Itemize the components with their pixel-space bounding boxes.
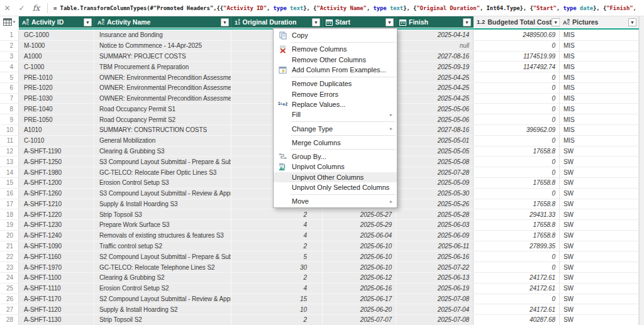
row-number[interactable]: 9: [0, 114, 19, 125]
cell-budgeted-total-cost[interactable]: 29431.33: [474, 209, 560, 220]
cell-pictures[interactable]: SW: [560, 209, 639, 220]
cell-activity-id[interactable]: M-1000: [19, 41, 94, 52]
cell-finish[interactable]: 2025-05-08: [396, 157, 474, 167]
cell-finish[interactable]: 2025-06-13: [396, 273, 474, 284]
cell-budgeted-total-cost[interactable]: 0: [474, 94, 560, 104]
cell-activity-name[interactable]: S2 Compound Layout Submittal - Review & …: [94, 294, 231, 305]
cell-activity-id[interactable]: A-SHFT-1970: [19, 262, 94, 273]
cell-finish[interactable]: 2025-07-08: [396, 294, 474, 305]
cell-pictures[interactable]: SW: [560, 273, 639, 284]
cell-original-duration[interactable]: 4: [231, 284, 323, 294]
cell-activity-id[interactable]: A-SHFT-1130: [19, 315, 94, 325]
formula-input[interactable]: = Table.TransformColumnTypes(#"Promoted …: [53, 5, 644, 11]
cell-activity-id[interactable]: A-SHFT-1200: [19, 178, 94, 189]
cell-pictures[interactable]: SW: [560, 178, 639, 189]
filter-dropdown-icon[interactable]: ▾: [628, 18, 636, 26]
cell-pictures[interactable]: SW: [560, 241, 639, 252]
cell-start[interactable]: 2025-06-20: [323, 304, 396, 315]
filter-dropdown-icon[interactable]: ▾: [386, 18, 394, 26]
cell-budgeted-total-cost[interactable]: 24172.61: [474, 284, 560, 294]
menu-item-fill[interactable]: Fill▸: [274, 109, 397, 119]
cell-pictures[interactable]: SW: [560, 231, 639, 241]
filter-dropdown-icon[interactable]: ▾: [552, 18, 560, 26]
cell-budgeted-total-cost[interactable]: 17658.8: [474, 178, 560, 189]
cell-activity-name[interactable]: S3 Compound Layout Submittal - Prepare &…: [94, 157, 231, 167]
column-header-id[interactable]: ABCActivity ID▾: [19, 16, 94, 28]
filter-dropdown-icon[interactable]: ▾: [221, 18, 229, 26]
menu-item-copy[interactable]: Copy: [274, 30, 397, 40]
row-number[interactable]: 10: [0, 125, 19, 136]
cell-original-duration[interactable]: 4: [231, 220, 323, 231]
cell-budgeted-total-cost[interactable]: 17658.8: [474, 146, 560, 157]
menu-item-replace-values[interactable]: 12Replace Values...: [274, 99, 397, 109]
cell-activity-name[interactable]: Insurance and Bonding: [94, 30, 231, 41]
cell-finish[interactable]: 2025-04-25: [396, 94, 474, 104]
column-header-cost[interactable]: 1.2Budgeted Total Cost▾: [474, 16, 560, 28]
cell-activity-id[interactable]: PRE-1050: [19, 114, 94, 125]
cell-activity-name[interactable]: TBM Procurement & Preparation: [94, 62, 231, 72]
cell-budgeted-total-cost[interactable]: 396962.09: [474, 125, 560, 136]
cell-activity-name[interactable]: OWNER: Environmental Precondition Assess…: [94, 72, 231, 83]
cell-activity-name[interactable]: Notice to Commmence - 14-Apr-2025: [94, 41, 231, 52]
cell-start[interactable]: 2025-06-16: [323, 284, 396, 294]
row-number[interactable]: 27: [0, 304, 19, 315]
cell-budgeted-total-cost[interactable]: 0: [474, 104, 560, 114]
cell-pictures[interactable]: SW: [560, 157, 639, 167]
cell-budgeted-total-cost[interactable]: 17658.8: [474, 231, 560, 241]
cell-finish[interactable]: 2025-04-25: [396, 72, 474, 83]
menu-item-change-type[interactable]: Change Type▸: [274, 123, 397, 133]
cell-activity-name[interactable]: Traffic control setup S2: [94, 241, 231, 252]
cell-finish[interactable]: 2025-06-16: [396, 251, 474, 262]
cell-activity-id[interactable]: A-SHFT-1120: [19, 304, 94, 315]
cell-pictures[interactable]: SW: [560, 199, 639, 210]
cell-activity-name[interactable]: Supply & Install Hoarding S3: [94, 199, 231, 210]
menu-item-remove-errors[interactable]: Remove Errors: [274, 89, 397, 99]
cell-budgeted-total-cost[interactable]: 0: [474, 136, 560, 146]
row-number[interactable]: 12: [0, 146, 19, 157]
cell-activity-name[interactable]: GC-TELCO: Relocate Telephone Lines S2: [94, 262, 231, 273]
cell-start[interactable]: 2025-05-27: [323, 209, 396, 220]
cell-pictures[interactable]: SW: [560, 189, 639, 199]
cell-finish[interactable]: 2025-06-03: [396, 220, 474, 231]
cell-activity-name[interactable]: SUMMARY: CONSTRUCTION COSTS: [94, 125, 231, 136]
cell-pictures[interactable]: MIS: [560, 72, 639, 83]
cell-activity-id[interactable]: A-SHFT-1230: [19, 220, 94, 231]
menu-item-unpivot-only-selected-columns[interactable]: Unpivot Only Selected Columns: [274, 182, 397, 192]
cell-budgeted-total-cost[interactable]: 0: [474, 83, 560, 94]
cell-pictures[interactable]: MIS: [560, 83, 639, 94]
cell-activity-name[interactable]: Road Occupancy Permit S1: [94, 104, 231, 114]
cell-activity-id[interactable]: A-SHFT-1090: [19, 241, 94, 252]
cell-start[interactable]: 2025-06-10: [323, 241, 396, 252]
menu-item-merge-columns[interactable]: Merge Columns: [274, 138, 397, 148]
menu-item-remove-duplicates[interactable]: Remove Duplicates: [274, 79, 397, 89]
cell-pictures[interactable]: MIS: [560, 136, 639, 146]
cell-activity-name[interactable]: Strip Topsoil S3: [94, 209, 231, 220]
cell-finish[interactable]: 2025-05-26: [396, 199, 474, 210]
cell-activity-name[interactable]: Road Occupancy Permit S2: [94, 114, 231, 125]
cell-start[interactable]: 2025-07-07: [323, 315, 396, 325]
cell-activity-id[interactable]: A-SHFT-1240: [19, 231, 94, 241]
cell-activity-name[interactable]: Erosion Control Setup S3: [94, 178, 231, 189]
cell-activity-id[interactable]: A1010: [19, 125, 94, 136]
row-number[interactable]: 8: [0, 104, 19, 114]
cell-activity-name[interactable]: GC-TELCO: Relocate Fiber Optic Lines S3: [94, 167, 231, 178]
cell-activity-id[interactable]: A-SHFT-1190: [19, 146, 94, 157]
cell-pictures[interactable]: SW: [560, 251, 639, 262]
cell-start[interactable]: 2025-06-04: [323, 231, 396, 241]
accept-icon[interactable]: ✓: [14, 4, 29, 13]
menu-item-unpivot-other-columns[interactable]: Unpivot Other Columns: [274, 172, 397, 182]
cell-finish[interactable]: 2025-07-04: [396, 304, 474, 315]
column-header-pic[interactable]: ABCPictures▾: [560, 16, 639, 28]
row-number[interactable]: 16: [0, 189, 19, 199]
cell-budgeted-total-cost[interactable]: 17658.8: [474, 199, 560, 210]
cell-budgeted-total-cost[interactable]: 40287.68: [474, 315, 560, 325]
filter-dropdown-icon[interactable]: ▾: [312, 18, 320, 26]
row-number[interactable]: 3: [0, 52, 19, 62]
cell-pictures[interactable]: MIS: [560, 41, 639, 52]
cell-finish[interactable]: 2025-06-09: [396, 231, 474, 241]
vertical-scrollbar[interactable]: [639, 16, 644, 325]
cell-activity-name[interactable]: Prepare Work Surface S3: [94, 220, 231, 231]
cell-budgeted-total-cost[interactable]: 0: [474, 294, 560, 305]
cell-finish[interactable]: 2025-05-06: [396, 104, 474, 114]
cell-budgeted-total-cost[interactable]: 0: [474, 189, 560, 199]
